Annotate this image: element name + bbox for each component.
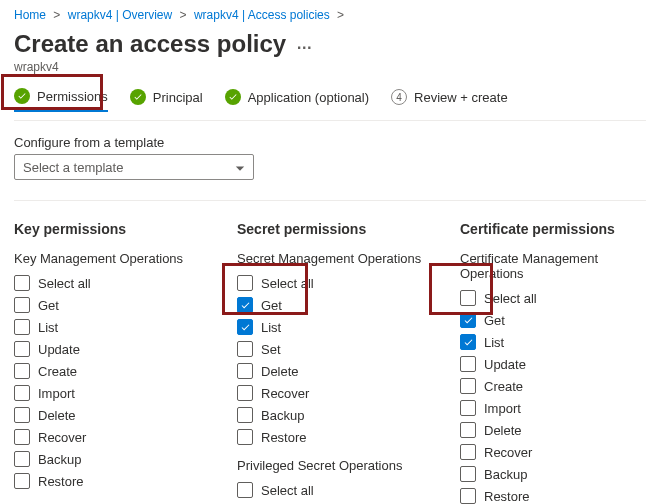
secret-perm-backup[interactable]: Backup <box>237 404 432 426</box>
key-perm-update[interactable]: Update <box>14 338 209 360</box>
page-subtitle: wrapkv4 <box>14 60 646 74</box>
breadcrumb-home[interactable]: Home <box>14 8 46 22</box>
secret-perm-delete[interactable]: Delete <box>237 360 432 382</box>
secret-perm-restore[interactable]: Restore <box>237 426 432 448</box>
check-circle-icon <box>14 88 30 104</box>
checkbox-icon <box>460 488 476 504</box>
key-permissions-column: Key permissions Key Management Operation… <box>14 221 209 504</box>
checkbox-label: Recover <box>38 430 86 445</box>
tab-review-create[interactable]: 4 Review + create <box>391 89 508 111</box>
checkbox-icon <box>237 341 253 357</box>
checkbox-icon <box>237 363 253 379</box>
step-number-icon: 4 <box>391 89 407 105</box>
checkbox-icon <box>14 297 30 313</box>
cert-perm-recover[interactable]: Recover <box>460 441 660 463</box>
group-title: Certificate Management Operations <box>460 251 660 281</box>
cert-select-all[interactable]: Select all <box>460 287 660 309</box>
checkbox-label: Backup <box>38 452 81 467</box>
tab-principal[interactable]: Principal <box>130 89 203 111</box>
cert-perm-create[interactable]: Create <box>460 375 660 397</box>
checkbox-icon <box>14 319 30 335</box>
cert-perm-backup[interactable]: Backup <box>460 463 660 485</box>
checkbox-icon <box>460 466 476 482</box>
checkbox-label: Update <box>484 357 526 372</box>
checkbox-label: List <box>261 320 281 335</box>
checkbox-label: Delete <box>484 423 522 438</box>
tab-application[interactable]: Application (optional) <box>225 89 369 111</box>
key-perm-backup[interactable]: Backup <box>14 448 209 470</box>
checkbox-label: Import <box>38 386 75 401</box>
checkbox-label: Select all <box>261 276 314 291</box>
checkbox-label: Select all <box>261 483 314 498</box>
tab-label: Application (optional) <box>248 90 369 105</box>
breadcrumb-access-policies[interactable]: wrapkv4 | Access policies <box>194 8 330 22</box>
secret-perm-get[interactable]: Get <box>237 294 432 316</box>
checkbox-label: Get <box>484 313 505 328</box>
key-perm-list[interactable]: List <box>14 316 209 338</box>
checkbox-icon <box>237 407 253 423</box>
key-perm-restore[interactable]: Restore <box>14 470 209 492</box>
checkbox-icon <box>237 482 253 498</box>
checkbox-icon <box>14 473 30 489</box>
checkbox-label: Restore <box>484 489 530 504</box>
secret-perm-set[interactable]: Set <box>237 338 432 360</box>
select-placeholder: Select a template <box>23 160 123 175</box>
divider <box>14 200 646 201</box>
checkbox-icon <box>14 275 30 291</box>
checkbox-label: Select all <box>484 291 537 306</box>
checkbox-icon <box>460 356 476 372</box>
checkbox-icon <box>237 429 253 445</box>
checkbox-icon <box>460 334 476 350</box>
checkbox-icon <box>460 422 476 438</box>
cert-perm-get[interactable]: Get <box>460 309 660 331</box>
checkbox-icon <box>460 312 476 328</box>
tab-label: Permissions <box>37 89 108 104</box>
divider <box>14 120 646 121</box>
tab-label: Principal <box>153 90 203 105</box>
checkbox-label: Create <box>38 364 77 379</box>
checkbox-icon <box>460 378 476 394</box>
secret-select-all[interactable]: Select all <box>237 272 432 294</box>
template-select[interactable]: Select a template <box>14 154 254 180</box>
secret-perm-recover[interactable]: Recover <box>237 382 432 404</box>
secret-permissions-column: Secret permissions Secret Management Ope… <box>237 221 432 504</box>
check-circle-icon <box>130 89 146 105</box>
checkbox-label: Backup <box>484 467 527 482</box>
check-circle-icon <box>225 89 241 105</box>
key-perm-import[interactable]: Import <box>14 382 209 404</box>
template-label: Configure from a template <box>14 135 646 150</box>
certificate-permissions-column: Certificate permissions Certificate Mana… <box>460 221 660 504</box>
checkbox-label: Set <box>261 342 281 357</box>
breadcrumb-overview[interactable]: wrapkv4 | Overview <box>68 8 172 22</box>
cert-perm-delete[interactable]: Delete <box>460 419 660 441</box>
key-perm-recover[interactable]: Recover <box>14 426 209 448</box>
key-perm-delete[interactable]: Delete <box>14 404 209 426</box>
breadcrumb: Home > wrapkv4 | Overview > wrapkv4 | Ac… <box>14 8 646 22</box>
secret-priv-select-all[interactable]: Select all <box>237 479 432 501</box>
checkbox-label: Update <box>38 342 80 357</box>
group-title: Privileged Secret Operations <box>237 458 432 473</box>
checkbox-icon <box>460 400 476 416</box>
secret-perm-list[interactable]: List <box>237 316 432 338</box>
checkbox-icon <box>237 319 253 335</box>
checkbox-label: Select all <box>38 276 91 291</box>
cert-perm-import[interactable]: Import <box>460 397 660 419</box>
checkbox-icon <box>460 290 476 306</box>
key-perm-create[interactable]: Create <box>14 360 209 382</box>
wizard-steps: Permissions Principal Application (optio… <box>14 88 646 112</box>
group-title: Secret Management Operations <box>237 251 432 266</box>
checkbox-label: List <box>38 320 58 335</box>
group-title: Key Management Operations <box>14 251 209 266</box>
more-actions-button[interactable]: … <box>296 35 312 53</box>
key-perm-get[interactable]: Get <box>14 294 209 316</box>
cert-perm-restore[interactable]: Restore <box>460 485 660 504</box>
key-select-all[interactable]: Select all <box>14 272 209 294</box>
cert-perm-update[interactable]: Update <box>460 353 660 375</box>
checkbox-icon <box>237 297 253 313</box>
column-title: Secret permissions <box>237 221 432 237</box>
checkbox-icon <box>14 451 30 467</box>
cert-perm-list[interactable]: List <box>460 331 660 353</box>
tab-permissions[interactable]: Permissions <box>14 88 108 112</box>
column-title: Key permissions <box>14 221 209 237</box>
checkbox-label: List <box>484 335 504 350</box>
